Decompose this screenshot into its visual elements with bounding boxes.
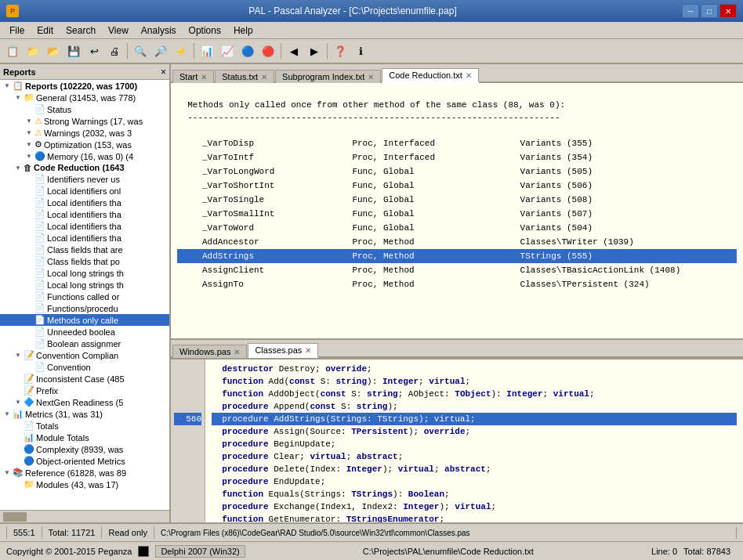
tree-node[interactable]: 📄Local long strings th	[0, 279, 169, 291]
table-row[interactable]: AssignToProc, MethodClasses\TPersistent …	[177, 277, 737, 291]
tree-node[interactable]: 📄Identifiers never us	[0, 173, 169, 185]
tree-expand-icon[interactable]: ▼	[13, 352, 24, 359]
tree-node[interactable]: 📄Local identifiers tha	[0, 197, 169, 208]
tree-node[interactable]: 📄Functions/procedu	[0, 302, 169, 314]
tree-node[interactable]: ▼⚙Optimization (153, was	[0, 139, 169, 150]
tree-node[interactable]: 📄Local identifiers tha	[0, 208, 169, 220]
tree-node[interactable]: ▼📝Convention Complian	[0, 349, 169, 361]
minimize-button[interactable]: ─	[682, 4, 699, 18]
tb-back[interactable]: ◀	[285, 42, 303, 60]
tab-start-close[interactable]: ✕	[201, 73, 207, 81]
tree-node[interactable]: 📄Status	[0, 103, 169, 115]
tb-icon1[interactable]: 📊	[198, 42, 216, 60]
tree-node[interactable]: ▼📚Reference (61828, was 89	[0, 467, 169, 479]
tree-node[interactable]: ▼⚠Strong Warnings (17, was	[0, 115, 169, 127]
table-row[interactable]: _VarToIntfProc, InterfacedVariants (354)	[177, 150, 737, 164]
code-content[interactable]: destructor Destroy; override; function A…	[205, 359, 743, 522]
tree-hscroll[interactable]	[0, 510, 169, 522]
tab-code-reduction-close[interactable]: ✕	[466, 71, 472, 80]
tab-start[interactable]: Start ✕	[172, 70, 214, 83]
tb-filter[interactable]: ⚡	[172, 42, 190, 60]
tree-node[interactable]: 📄Boolean assignmer	[0, 338, 169, 349]
tb-search[interactable]: 🔍	[131, 42, 150, 60]
menu-file[interactable]: File	[3, 23, 31, 38]
maximize-button[interactable]: □	[701, 4, 718, 18]
tree-node[interactable]: 📄Class fields that are	[0, 244, 169, 255]
tb-open2[interactable]: 📂	[44, 42, 63, 60]
tab-status-close[interactable]: ✕	[261, 73, 267, 81]
table-row[interactable]: _VarToLongWordFunc, GlobalVariants (505)	[177, 164, 737, 179]
top-code-view[interactable]: Methods only called once from other meth…	[171, 83, 743, 338]
tab-windows-close[interactable]: ✕	[234, 348, 240, 356]
tab-status[interactable]: Status.txt ✕	[215, 70, 274, 83]
tree-node[interactable]: 📄Totals	[0, 420, 169, 432]
tree-expand-icon[interactable]: ▼	[24, 141, 34, 148]
tree-node[interactable]: ▼🗑Code Reduction (1643	[0, 162, 169, 173]
tb-icon4[interactable]: 🔴	[259, 42, 277, 60]
tab-classes[interactable]: Classes.pas ✕	[248, 343, 318, 358]
tb-undo[interactable]: ↩	[85, 42, 103, 60]
table-row[interactable]: _VarToSingleFunc, GlobalVariants (508)	[177, 193, 737, 207]
tb-help[interactable]: ❓	[331, 42, 350, 60]
tab-subprogram-close[interactable]: ✕	[368, 73, 374, 81]
tb-forward[interactable]: ▶	[305, 42, 324, 60]
tree-node[interactable]: 📝Inconsistent Case (485	[0, 373, 169, 385]
table-row[interactable]: _VarToSmallIntFunc, GlobalVariants (507)	[177, 207, 737, 221]
tree-expand-icon[interactable]: ▼	[2, 410, 13, 417]
tree-node[interactable]: 📄Functions called or	[0, 291, 169, 302]
tree-node[interactable]: 📊Module Totals	[0, 432, 169, 443]
table-row[interactable]: AddAncestorProc, MethodClasses\TWriter (…	[177, 235, 737, 249]
table-row[interactable]: _VarToDispProc, InterfacedVariants (355)	[177, 136, 737, 150]
tree-node[interactable]: 📄Local identifiers tha	[0, 232, 169, 244]
tree-expand-icon[interactable]: ▼	[13, 94, 24, 101]
tb-icon2[interactable]: 📈	[218, 42, 237, 60]
tree-node[interactable]: 📄Convention	[0, 361, 169, 373]
close-button[interactable]: ✕	[719, 4, 737, 18]
tree-node[interactable]: 📄Local identifiers onl	[0, 185, 169, 197]
table-row[interactable]: AddStringsProc, MethodTStrings (555)	[177, 249, 737, 263]
menu-options[interactable]: Options	[183, 23, 227, 38]
tree-node[interactable]: ▼🔵Memory (16, was 0) (4	[0, 150, 169, 162]
tree-node[interactable]: 📄Local long strings th	[0, 267, 169, 279]
tree-expand-icon[interactable]: ▼	[24, 129, 34, 136]
tb-find-next[interactable]: 🔎	[151, 42, 170, 60]
tree-node[interactable]: 🔵Complexity (8939, was	[0, 443, 169, 455]
table-row[interactable]: _VarToShortIntFunc, GlobalVariants (506)	[177, 179, 737, 193]
tree-expand-icon[interactable]: ▼	[13, 164, 24, 172]
tree-expand-icon[interactable]: ▼	[2, 82, 13, 89]
tree-expand-icon[interactable]: ▼	[2, 469, 13, 476]
tb-new[interactable]: 📋	[3, 42, 22, 60]
tree-node[interactable]: 📄Local identifiers tha	[0, 220, 169, 232]
tab-subprogram[interactable]: Subprogram Index.txt ✕	[275, 70, 381, 83]
tree-node[interactable]: 📄Unneeded boolea	[0, 326, 169, 338]
menu-help[interactable]: Help	[227, 23, 259, 38]
tb-about[interactable]: ℹ	[351, 42, 370, 60]
tree-expand-icon[interactable]: ▼	[24, 153, 34, 160]
tree-node[interactable]: 📁Modules (43, was 17)	[0, 479, 169, 490]
tree-node[interactable]: ▼📋Reports (102220, was 1700)	[0, 80, 169, 92]
bottom-code-view[interactable]: 560 destructor Destroy; override; functi…	[171, 359, 743, 522]
table-row[interactable]: AssignClientProc, MethodClasses\TBasicAc…	[177, 263, 737, 277]
tree[interactable]: ▼📋Reports (102220, was 1700)▼📁General (3…	[0, 80, 169, 510]
table-row[interactable]: _VarToWordFunc, GlobalVariants (504)	[177, 221, 737, 235]
tree-node[interactable]: ▼📊Metrics (31, was 31)	[0, 408, 169, 420]
menu-edit[interactable]: Edit	[31, 23, 60, 38]
menu-view[interactable]: View	[102, 23, 135, 38]
tree-node[interactable]: ▼🔷NextGen Readiness (5	[0, 396, 169, 408]
tree-node[interactable]: 📝Prefix	[0, 385, 169, 396]
tab-code-reduction[interactable]: Code Reduction.txt ✕	[382, 68, 479, 83]
tree-expand-icon[interactable]: ▼	[24, 117, 34, 125]
tab-windows[interactable]: Windows.pas ✕	[172, 345, 247, 358]
tree-expand-icon[interactable]: ▼	[13, 399, 24, 406]
tree-node[interactable]: 📄Methods only calle	[0, 314, 169, 326]
tree-node[interactable]: ▼⚠Warnings (2032, was 3	[0, 127, 169, 139]
tab-classes-close[interactable]: ✕	[305, 346, 311, 355]
tree-node[interactable]: 🔵Object-oriented Metrics	[0, 455, 169, 467]
tb-icon3[interactable]: 🔵	[238, 42, 257, 60]
tb-open-folder[interactable]: 📁	[24, 42, 42, 60]
menu-search[interactable]: Search	[60, 23, 102, 38]
tree-node[interactable]: ▼📁General (31453, was 778)	[0, 92, 169, 103]
tb-save[interactable]: 💾	[64, 42, 83, 60]
menu-analysis[interactable]: Analysis	[135, 23, 183, 38]
tree-node[interactable]: 📄Class fields that po	[0, 255, 169, 267]
